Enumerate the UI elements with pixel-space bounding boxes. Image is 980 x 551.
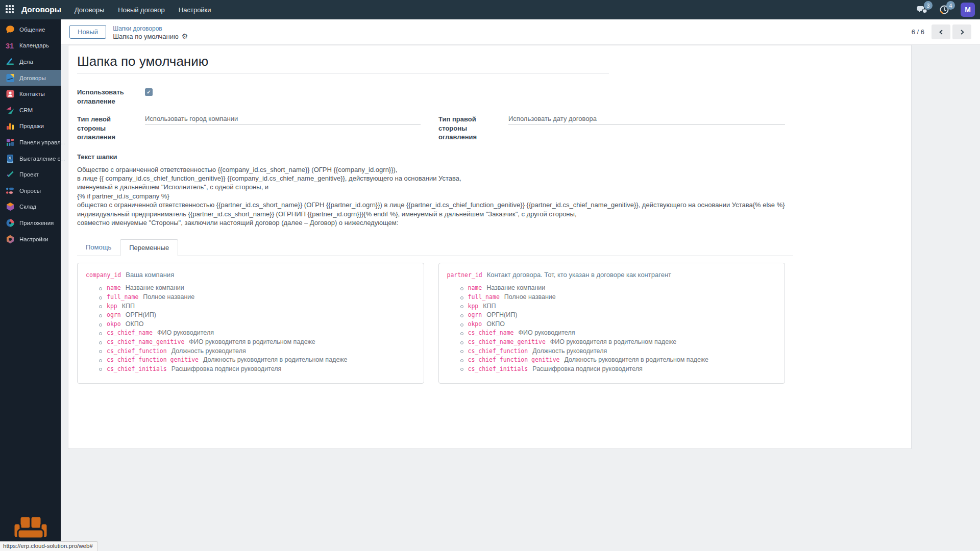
sidebar-item-dashboards[interactable]: Панели управл... — [0, 134, 61, 151]
variable-item: cs_chief_initialsРасшифровка подписи рук… — [460, 365, 777, 374]
menu-settings[interactable]: Настройки — [179, 6, 211, 14]
sidebar-item-surveys[interactable]: Опросы — [0, 183, 61, 199]
variable-desc: Расшифровка подписи руководителя — [532, 365, 643, 372]
sidebar-item-crm[interactable]: CRM — [0, 102, 61, 118]
sidebar-item-notes[interactable]: Дела — [0, 54, 61, 70]
sidebar-item-invoicing[interactable]: $ Выставление с... — [0, 151, 61, 167]
variable-desc: Полное название — [504, 293, 556, 300]
breadcrumb-current: Шапка по умолчанию — [113, 33, 179, 40]
sidebar-item-sales[interactable]: Продажи — [0, 118, 61, 135]
variable-desc: КПП — [122, 303, 135, 310]
variable-desc: ФИО руководителя — [519, 329, 575, 336]
left-type-label: Тип левой стороны оглавления — [77, 115, 145, 142]
sidebar-item-calendar[interactable]: 31 Календарь — [0, 38, 61, 54]
variable-item: okpoОКПО — [99, 320, 415, 330]
sidebar-item-label: Склад — [19, 204, 36, 210]
pager-previous-button[interactable] — [932, 24, 950, 39]
variable-code: ogrn — [468, 311, 482, 318]
menu-new-contract[interactable]: Новый договор — [118, 6, 164, 14]
apps-app-icon — [5, 218, 15, 228]
check-icon: ✓ — [146, 90, 151, 95]
bullet-icon — [460, 323, 463, 327]
variable-desc: ОКПО — [126, 320, 144, 328]
variable-code: cs_chief_name — [107, 329, 153, 336]
sidebar-item-contacts[interactable]: Контакты — [0, 86, 61, 102]
variable-item: ogrnОРГН(ИП) — [460, 311, 777, 320]
new-record-button[interactable]: Новый — [69, 25, 106, 39]
bullet-icon — [99, 332, 102, 335]
variable-code: cs_chief_name_genitive — [107, 338, 184, 345]
sidebar-item-inventory[interactable]: Склад — [0, 199, 61, 215]
left-type-value[interactable]: Использовать город компании — [145, 115, 421, 125]
panel-code: partner_id — [447, 271, 482, 279]
bullet-icon — [99, 368, 102, 371]
record-pager: 6 / 6 — [912, 24, 971, 39]
variable-code: name — [468, 284, 482, 291]
status-url-tooltip: https://erp.cloud-solution.pro/web# — [0, 541, 98, 551]
calendar-app-icon: 31 — [5, 40, 15, 51]
toc-checkbox[interactable]: ✓ — [145, 88, 153, 96]
variable-desc: Название компании — [126, 284, 184, 291]
record-title-input[interactable]: Шапка по умолчанию — [77, 54, 785, 73]
bullet-icon — [99, 323, 102, 327]
sidebar-item-settings[interactable]: Настройки — [0, 231, 61, 247]
action-gear-icon[interactable]: ⚙ — [182, 33, 188, 40]
bullet-icon — [460, 314, 463, 317]
variable-item: full_nameПолное название — [99, 293, 415, 303]
sidebar-item-apps[interactable]: Приложения — [0, 215, 61, 231]
bullet-icon — [99, 359, 102, 362]
bullet-icon — [460, 305, 463, 308]
dashboards-app-icon — [5, 137, 15, 147]
variable-desc: Должность руководителя в родительном пад… — [565, 356, 709, 363]
sidebar-item-contracts[interactable]: Договоры — [0, 70, 61, 86]
variable-desc: Должность руководителя — [172, 347, 246, 355]
sidebar-item-label: Опросы — [19, 188, 41, 194]
pager-next-button[interactable] — [952, 24, 971, 39]
user-avatar[interactable]: M — [961, 3, 975, 17]
variable-code: cs_chief_initials — [107, 365, 167, 372]
variable-desc: Должность руководителя в родительном пад… — [203, 356, 348, 363]
panel-description: Ваша компания — [126, 271, 174, 279]
variable-code: kpp — [107, 303, 117, 310]
bullet-icon — [460, 368, 463, 371]
variable-code: full_name — [107, 293, 138, 300]
contracts-app-icon — [5, 73, 15, 83]
variable-item: cs_chief_name_genitiveФИО руководителя в… — [99, 338, 415, 347]
pager-counter: 6 / 6 — [912, 28, 924, 36]
panel-code: company_id — [86, 271, 121, 279]
header-text-editor[interactable]: Общество с ограниченной ответственностью… — [77, 165, 785, 228]
activities-badge: 4 — [946, 1, 955, 10]
variable-item: kppКПП — [460, 303, 777, 312]
variable-code: okpo — [107, 320, 121, 328]
notebook-tabs: Помощь Переменные — [77, 239, 793, 256]
bullet-icon — [99, 341, 102, 344]
sidebar-item-project[interactable]: Проект — [0, 166, 61, 183]
sidebar-item-label: Договоры — [19, 75, 46, 81]
activities-icon[interactable]: 4 — [938, 4, 950, 16]
chevron-left-icon — [938, 29, 944, 35]
right-type-value[interactable]: Использовать дату договора — [508, 115, 785, 125]
variable-desc: ОКПО — [486, 320, 505, 328]
sidebar-item-label: Общение — [19, 27, 45, 33]
variable-item: okpoОКПО — [460, 320, 777, 330]
variable-item: ogrnОРГН(ИП) — [99, 311, 415, 320]
apps-grid-icon[interactable] — [6, 5, 15, 14]
variable-desc: Расшифровка подписи руководителя — [172, 365, 282, 372]
tab-variables[interactable]: Переменные — [120, 239, 178, 256]
menu-contracts[interactable]: Договоры — [75, 6, 104, 14]
bullet-icon — [99, 287, 102, 290]
breadcrumb-parent-link[interactable]: Шапки договоров — [113, 25, 162, 33]
messages-icon[interactable]: 3 — [916, 4, 928, 16]
header-text-paragraph: общество с ограниченной ответственностью… — [77, 201, 785, 218]
variable-item: cs_chief_functionДолжность руководителя — [99, 347, 415, 357]
header-text-paragraph: именуемый в дальнейшем "Исполнитель", с … — [77, 183, 785, 191]
bullet-icon — [99, 296, 102, 299]
variable-code: kpp — [468, 303, 479, 310]
variable-item: cs_chief_function_genitiveДолжность руко… — [460, 356, 777, 365]
tab-help[interactable]: Помощь — [77, 239, 120, 256]
current-app-title[interactable]: Договоры — [21, 5, 61, 14]
variable-code: full_name — [468, 293, 500, 300]
sidebar-item-discuss[interactable]: Общение — [0, 21, 61, 38]
notes-app-icon — [5, 57, 15, 67]
sidebar-item-label: Проект — [19, 171, 39, 178]
